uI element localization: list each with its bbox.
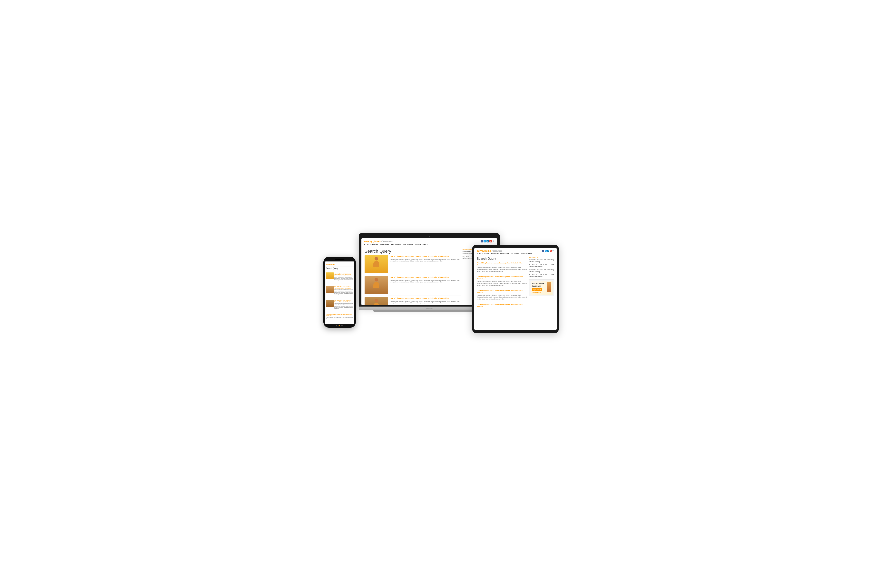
tablet-article-4: Title of Blog Post Here Lorem Cras Vulpu… [477,303,527,310]
laptop-article-body-2: 3 lines of body text here Nullam id dolo… [390,279,460,283]
laptop-main-content: Search Query Title of Blog Post Here Lor… [364,249,460,305]
phone-article-text-4: Title of Blog Post Here Lorem Cras Vulpu… [326,314,353,320]
tablet-logo: surveygizmo // resources [477,249,502,252]
tablet-article-1: Title of Blog Post Here Lorem Cras Vulpu… [477,262,527,274]
laptop-camera [429,236,430,237]
tablet-email-icon[interactable]: ✉ [550,250,552,252]
phone-dot-4 [341,325,342,326]
phone-article-body-2: 3 lines of body text here Nullam id dolo… [334,289,353,296]
laptop-article-3: Title of Blog Post Here Lorem Cras Vulpu… [364,297,460,305]
laptop-article-text-3: Title of Blog Post Here Lorem Cras Vulpu… [390,297,460,305]
phone-article-title-1[interactable]: Title of Blog Post Here Lorem Cras Vulpu… [334,273,353,275]
phone-site-content: Search Query Title of Blog Post Here Lor… [325,267,354,323]
tablet-nav-infographics[interactable]: INFOGRAPHICS [521,253,532,254]
email-icon[interactable]: ✉ [489,240,492,243]
tablet-article-body-2: 3 lines of body text here Nullam id dolo… [477,280,527,286]
tablet-ad-logo: surveygizmo [532,292,545,293]
phone-article-body-3: 3 lines of body text here Nullam id dolo… [334,303,353,309]
tablet-website: surveygizmo // resources f t in ✉ 🔍 [474,248,556,313]
tablet-article-text-1: Title of Blog Post Here Lorem Cras Vulpu… [477,262,527,273]
tablet-article-text-4: Title of Blog Post Here Lorem Cras Vulpu… [477,303,527,308]
tablet-main-content: Search Query Title of Blog Post Here Lor… [477,257,527,311]
laptop-article-title-1[interactable]: Title of Blog Post Here Lorem Cras Vulpu… [390,255,460,258]
laptop-article-body-3: 3 lines of body text here Nullam id dolo… [390,300,460,304]
phone-notch [335,259,345,260]
nav-blog[interactable]: BLOG [364,244,369,245]
tablet-ad-text: Make Smarter Decisions [532,282,545,287]
tablet-search-icon[interactable]: 🔍 [552,250,554,252]
nav-platforms[interactable]: PLATFORMS [391,244,401,245]
tablet-nav-ebooks[interactable]: E-BOOKS [482,253,489,254]
phone-article-text-3: Title of Blog Post Here Lorem Cras Vulpu… [334,300,353,309]
laptop-article-title-2[interactable]: Title of Blog Post Here Lorem Cras Vulpu… [390,276,460,279]
search-icon[interactable]: 🔍 [492,240,495,243]
laptop-article-title-3[interactable]: Title of Blog Post Here Lorem Cras Vulpu… [390,297,460,300]
tablet-nav-solutions[interactable]: SOLUTIONS [511,253,519,254]
nav-infographics[interactable]: INFOGRAPHICS [415,244,428,245]
tablet-sidebar-link-2[interactable]: Key Skills Needed for An Effective 360 R… [529,264,554,268]
tablet-nav-webinars[interactable]: WEBINARS [491,253,499,254]
linkedin-icon[interactable]: in [486,240,489,243]
phone-article-title-4[interactable]: Title of Blog Post Here Lorem Cras Vulpu… [326,314,353,316]
laptop-page-title: Search Query [364,249,460,254]
tablet-site-content: Search Query Title of Blog Post Here Lor… [474,255,556,313]
laptop-social-icons: f t in ✉ 🔍 [481,240,495,243]
tablet-article-title-3[interactable]: Title of Blog Post Here Lorem Cras Vulpu… [477,290,527,294]
phone-dot-3 [339,325,340,326]
phone-article-title-2[interactable]: Title of Blog Post Here Lorem Cras Vulpu… [334,286,353,289]
tablet-social-icons: f t in ✉ 🔍 [542,250,554,252]
phone-article-body-4: 3 lines of body text here Nullam id dolo… [326,317,353,320]
phone-article-1: Title of Blog Post Here Lorem Cras Vulpu… [326,273,353,284]
nav-solutions[interactable]: SOLUTIONS [404,244,413,245]
tablet-screen: surveygizmo // resources f t in ✉ 🔍 [474,248,556,330]
phone-article-3: Title of Blog Post Here Lorem Cras Vulpu… [326,300,353,311]
phone-article-title-3[interactable]: Title of Blog Post Here Lorem Cras Vulpu… [334,300,353,303]
laptop-article-body-1: 3 lines of body text here Nullam id dolo… [390,258,460,262]
phone-dot-1 [336,325,337,326]
tablet-sidebar-link-1[interactable]: Outside the Checkbox Vol. 6: Creating Ef… [529,259,554,263]
tablet-article-title-2[interactable]: Title of Blog Post Here Lorem Cras Vulpu… [477,276,527,280]
phone-article-img-3 [326,300,334,307]
phone-body: surveygizmo Search Query Title of Blog P… [323,257,356,328]
nav-webinars[interactable]: WEBINARS [380,244,389,245]
phone-website: surveygizmo Search Query Title of Blog P… [325,261,354,323]
tablet-nav: BLOG E-BOOKS WEBINARS PLATFORMS SOLUTION… [477,253,554,254]
twitter-icon[interactable]: t [483,240,486,243]
tablet-site-header: surveygizmo // resources f t in ✉ 🔍 [474,248,556,255]
phone-article-4: Title of Blog Post Here Lorem Cras Vulpu… [326,314,353,321]
tablet-facebook-icon[interactable]: f [542,250,544,252]
phone-logo: surveygizmo [326,262,353,266]
laptop-article-img-3 [364,297,388,305]
phone-dot-5 [342,325,343,326]
phone-dot-2 [338,325,339,326]
tablet-ad-person [547,282,551,292]
tablet-nav-blog[interactable]: BLOG [477,253,481,254]
tablet-article-text-3: Title of Blog Post Here Lorem Cras Vulpu… [477,290,527,300]
nav-ebooks[interactable]: E-BOOKS [370,244,378,245]
laptop-article-text-2: Title of Blog Post Here Lorem Cras Vulpu… [390,276,460,294]
phone-dots [325,325,354,326]
phone-site-header: surveygizmo [325,261,354,267]
phone-article-text-2: Title of Blog Post Here Lorem Cras Vulpu… [334,286,353,296]
tablet-page-title: Search Query [477,257,527,261]
tablet-twitter-icon[interactable]: t [544,250,547,252]
tablet-ad-content: Make Smarter Decisions Sign Up Free surv… [531,281,552,295]
tablet-ad-button[interactable]: Sign Up Free [532,288,542,291]
tablet-sidebar-link-4[interactable]: Key Skills Needed for An Effective 360 R… [529,274,554,278]
phone-article-body-1: 3 lines of body text here Nullam id dolo… [334,276,353,282]
scene: surveygizmo // resources f t in ✉ 🔍 [323,233,559,355]
tablet-article-text-2: Title of Blog Post Here Lorem Cras Vulpu… [477,276,527,286]
facebook-icon[interactable]: f [481,240,483,243]
tablet-device: surveygizmo // resources f t in ✉ 🔍 [472,245,559,333]
tablet-article-body-1: 3 lines of body text here Nullam id dolo… [477,267,527,273]
laptop-article-1: Title of Blog Post Here Lorem Cras Vulpu… [364,255,460,275]
phone-article-img-1 [326,273,334,279]
tablet-body: surveygizmo // resources f t in ✉ 🔍 [472,245,559,333]
tablet-article-title-1[interactable]: Title of Blog Post Here Lorem Cras Vulpu… [477,262,527,266]
tablet-sidebar-link-3[interactable]: Outside the Checkbox Vol. 6: Creating Ef… [529,269,554,273]
tablet-linkedin-icon[interactable]: in [547,250,549,252]
tablet-article-title-4[interactable]: Title of Blog Post Here Lorem Cras Vulpu… [477,303,527,308]
tablet-nav-platforms[interactable]: PLATFORMS [500,253,509,254]
laptop-logo: surveygizmo // resources [364,240,393,243]
laptop-article-img-2 [364,276,388,294]
